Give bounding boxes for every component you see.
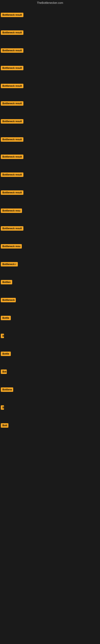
bottleneck-badge-row: Bottleneck result	[1, 30, 23, 36]
bottleneck-badge-row: Bottleneck result	[1, 13, 23, 18]
bottleneck-badge-row: Bottleneck resu	[1, 244, 22, 249]
badges-container: Bottleneck resultBottleneck resultBottle…	[0, 5, 100, 644]
bottleneck-badge[interactable]: Bottleneck result	[1, 84, 23, 88]
bottleneck-badge-row: B	[1, 405, 4, 410]
bottleneck-badge-row: Bottle	[1, 316, 11, 321]
bottleneck-badge[interactable]: Bot	[1, 370, 7, 374]
bottleneck-badge-row: Bottleneck result	[1, 190, 23, 196]
bottleneck-badge-row: Bottleneck resu	[1, 208, 22, 214]
bottleneck-badge[interactable]: Bottleneck result	[1, 137, 23, 142]
bottleneck-badge[interactable]: Bott	[1, 423, 8, 428]
bottleneck-badge[interactable]: Bottleneck result	[1, 101, 23, 106]
bottleneck-badge-row: Bottleneck result	[1, 101, 23, 106]
bottleneck-badge[interactable]: Bottleneck r	[1, 262, 18, 266]
page-wrapper: TheBottlenecker.com Bottleneck resultBot…	[0, 0, 100, 644]
bottleneck-badge[interactable]: B	[1, 405, 4, 410]
bottleneck-badge[interactable]: B	[1, 334, 4, 338]
bottleneck-badge-row: Bottlen	[1, 280, 12, 285]
bottleneck-badge[interactable]: Bottleneck result	[1, 226, 23, 231]
bottleneck-badge-row: Bottleneck result	[1, 154, 23, 160]
site-title: TheBottlenecker.com	[0, 0, 100, 5]
bottleneck-badge[interactable]: Bottle	[1, 316, 11, 320]
bottleneck-badge[interactable]: Bottleneck result	[1, 48, 23, 53]
bottleneck-badge-row: Bottleneck	[1, 298, 16, 303]
bottleneck-badge[interactable]: Bottleneck resu	[1, 244, 22, 248]
bottleneck-badge-row: B	[1, 334, 4, 339]
bottleneck-badge-row: Bott	[1, 423, 8, 428]
bottleneck-badge-row: Bottleneck result	[1, 119, 23, 124]
bottleneck-badge[interactable]: Bottleneck result	[1, 190, 23, 195]
bottleneck-badge-row: Bottleneck result	[1, 172, 23, 178]
bottleneck-badge[interactable]: Bottleneck result	[1, 66, 23, 70]
bottleneck-badge[interactable]: Bottleneck resu	[1, 208, 22, 213]
bottleneck-badge[interactable]: Bottleneck result	[1, 30, 23, 35]
bottleneck-badge[interactable]: Bottleneck result	[1, 13, 23, 17]
bottleneck-badge-row: Bottleneck result	[1, 48, 23, 54]
bottleneck-badge[interactable]: Bottleneck result	[1, 154, 23, 159]
bottleneck-badge[interactable]: Bottlene	[1, 388, 13, 392]
bottleneck-badge-row: Bottleneck result	[1, 66, 23, 71]
bottleneck-badge-row: Bottleneck result	[1, 84, 23, 89]
bottleneck-badge-row: Bottleneck r	[1, 262, 18, 267]
bottleneck-badge[interactable]: Bottleneck result	[1, 172, 23, 177]
bottleneck-badge[interactable]: Bottlen	[1, 280, 12, 284]
bottleneck-badge-row: Bottlene	[1, 388, 13, 393]
bottleneck-badge-row: Bot	[1, 370, 7, 375]
bottleneck-badge[interactable]: Bottle	[1, 352, 11, 356]
bottleneck-badge[interactable]: Bottleneck	[1, 298, 16, 302]
bottleneck-badge-row: Bottleneck result	[1, 226, 23, 232]
bottleneck-badge-row: Bottle	[1, 352, 11, 357]
bottleneck-badge-row: Bottleneck result	[1, 137, 23, 142]
bottleneck-badge[interactable]: Bottleneck result	[1, 119, 23, 124]
